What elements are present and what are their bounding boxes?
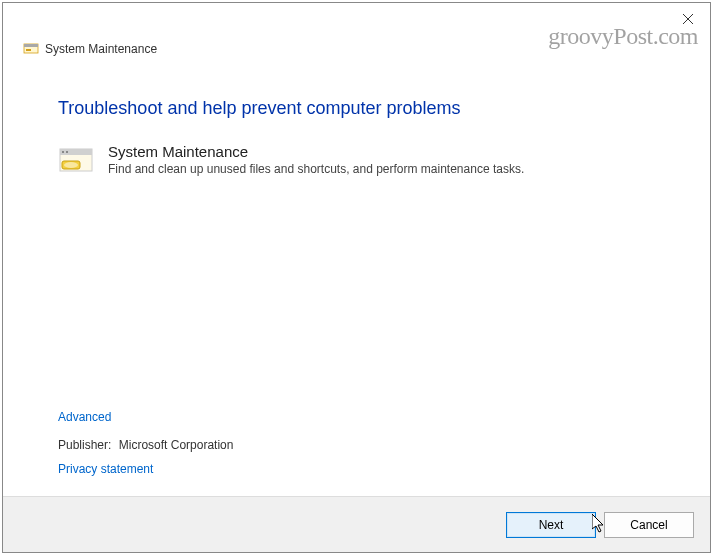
svg-rect-7 xyxy=(62,151,64,153)
page-heading: Troubleshoot and help prevent computer p… xyxy=(58,98,655,119)
svg-rect-8 xyxy=(66,151,68,153)
privacy-link[interactable]: Privacy statement xyxy=(58,462,153,476)
next-button[interactable]: Next xyxy=(506,512,596,538)
publisher-row: Publisher: Microsoft Corporation xyxy=(58,438,233,452)
item-text-block: System Maintenance Find and clean up unu… xyxy=(108,143,524,176)
svg-rect-6 xyxy=(60,149,92,155)
bottom-links-block: Advanced Publisher: Microsoft Corporatio… xyxy=(58,410,233,476)
troubleshooter-window: groovyPost.com System Maintenance Troubl… xyxy=(2,2,711,553)
content-area: Troubleshoot and help prevent computer p… xyxy=(3,3,710,496)
item-title: System Maintenance xyxy=(108,143,524,160)
cancel-button[interactable]: Cancel xyxy=(604,512,694,538)
footer-bar: Next Cancel xyxy=(3,496,710,552)
item-description: Find and clean up unused files and short… xyxy=(108,162,524,176)
svg-point-10 xyxy=(64,162,78,168)
publisher-label: Publisher: xyxy=(58,438,111,452)
advanced-link[interactable]: Advanced xyxy=(58,410,111,424)
troubleshooter-item: System Maintenance Find and clean up unu… xyxy=(58,143,655,179)
maintenance-icon xyxy=(58,143,94,179)
publisher-value: Microsoft Corporation xyxy=(119,438,234,452)
